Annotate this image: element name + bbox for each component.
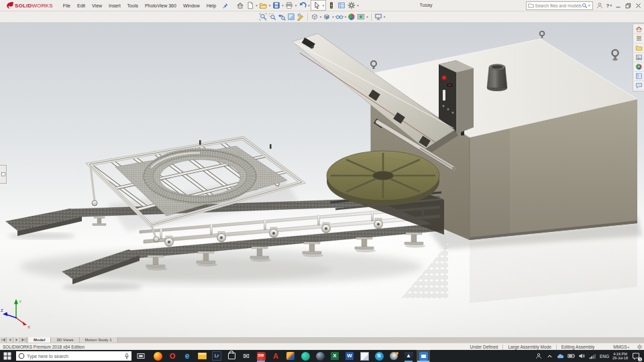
menu-item[interactable]: View [89, 2, 105, 9]
viewport-3d-canvas[interactable]: Y Z X [0, 22, 644, 337]
view-settings-dropdown[interactable]: ▾ [384, 15, 386, 19]
hide-show-items-button[interactable] [335, 12, 344, 21]
taskbar-app-firefox[interactable] [153, 350, 162, 362]
tab-scroll-last-button[interactable] [20, 337, 27, 343]
pin-icon[interactable] [222, 3, 228, 9]
design-library-tab[interactable] [634, 34, 643, 44]
view-orientation-dropdown[interactable]: ▾ [320, 15, 322, 19]
network-icon[interactable] [589, 351, 596, 361]
tab-scroll-next-button[interactable] [13, 337, 20, 343]
featuremanager-collapsed-tab[interactable] [0, 165, 7, 184]
document-tab[interactable]: 3D Views [51, 337, 79, 343]
undo-dropdown[interactable]: ▾ [308, 3, 310, 7]
menu-item[interactable]: PhotoView 360 [142, 2, 180, 9]
help-button[interactable]: ?▾ [606, 3, 612, 9]
display-style-button[interactable] [322, 12, 331, 21]
onedrive-icon[interactable] [557, 351, 564, 361]
zoom-to-area-button[interactable] [268, 12, 277, 21]
rebuild-button[interactable] [326, 1, 336, 10]
menu-item[interactable]: Insert [105, 2, 124, 9]
taskbar-app-word[interactable]: W [345, 350, 354, 362]
section-view-button[interactable] [286, 12, 296, 21]
solidworks-forum-tab[interactable] [634, 81, 643, 90]
view-settings-button[interactable] [374, 12, 383, 21]
open-button[interactable] [258, 1, 268, 10]
menu-item[interactable]: Edit [74, 2, 89, 9]
taskbar-app-solidworks[interactable]: SW [256, 350, 266, 362]
menu-item[interactable]: Help [203, 2, 219, 9]
zoom-to-fit-button[interactable] [258, 12, 268, 21]
menu-item[interactable]: Tools [124, 2, 142, 9]
speaker-icon[interactable] [578, 351, 586, 361]
previous-view-button[interactable] [277, 12, 286, 21]
people-icon[interactable] [535, 351, 543, 361]
options-button[interactable] [346, 1, 356, 10]
hide-show-items-dropdown[interactable]: ▾ [345, 15, 347, 19]
microphone-icon[interactable] [124, 353, 129, 359]
display-style-dropdown[interactable]: ▾ [332, 15, 334, 19]
select-button[interactable] [312, 1, 322, 10]
new-document-button[interactable] [245, 1, 255, 10]
action-center-icon[interactable]: 3 [631, 351, 641, 361]
menu-item[interactable]: Window [180, 2, 203, 9]
document-tab[interactable]: Model [28, 337, 51, 343]
taskbar-search[interactable]: Type here to search [16, 351, 131, 361]
taskbar-app-opera[interactable]: O [168, 350, 177, 362]
select-dropdown[interactable]: ▾ [323, 3, 325, 7]
task-view-button[interactable] [134, 350, 148, 362]
home-button[interactable] [235, 1, 245, 10]
file-explorer-tab[interactable] [634, 44, 643, 53]
help-dropdown[interactable]: ▾ [610, 3, 612, 7]
open-dropdown[interactable]: ▾ [269, 3, 271, 7]
restore-button[interactable] [624, 1, 633, 10]
taskbar-app-autocad[interactable]: A [271, 350, 280, 362]
options-dropdown[interactable]: ▾ [357, 3, 359, 7]
status-options-icon[interactable] [635, 344, 644, 350]
clock[interactable]: 4:16 PM 29-Jul-18 [612, 352, 628, 361]
edit-appearance-button[interactable] [347, 12, 356, 21]
taskbar-app-excel[interactable]: X [330, 350, 339, 362]
appearances-scenes-tab[interactable] [634, 62, 643, 72]
print-button[interactable] [284, 1, 294, 10]
taskbar-app-mail[interactable]: ✉ [241, 350, 251, 362]
tab-scroll-first-button[interactable] [0, 337, 7, 343]
taskbar-app-store[interactable] [227, 350, 236, 362]
taskbar-app-sphere-app[interactable] [315, 350, 325, 362]
battery-icon[interactable] [568, 351, 575, 361]
view-palette-tab[interactable] [634, 53, 643, 62]
apply-scene-dropdown[interactable]: ▾ [366, 15, 368, 19]
taskbar-app-notes[interactable] [360, 350, 369, 362]
taskbar-app-edge[interactable]: e [182, 350, 192, 362]
save-button[interactable] [271, 1, 281, 10]
document-tab[interactable]: Motion Study 1 [80, 337, 118, 343]
graphics-area[interactable]: Y Z X [0, 22, 644, 337]
start-button[interactable] [0, 350, 15, 362]
minimize-button[interactable] [614, 1, 623, 10]
taskbar-app-file-explorer[interactable] [197, 350, 207, 362]
custom-properties-tab[interactable] [634, 72, 643, 81]
print-dropdown[interactable]: ▾ [295, 3, 297, 7]
display-settings-button[interactable] [336, 1, 346, 10]
login-icon[interactable] [596, 2, 603, 9]
view-orientation-button[interactable] [310, 12, 319, 21]
hidden-icons-chevron[interactable] [546, 351, 553, 361]
solidworks-resources-tab[interactable] [634, 25, 643, 34]
file-search[interactable]: Search files and models ▾ [526, 1, 593, 10]
annotation-views-button[interactable] [296, 12, 305, 21]
taskbar-app-lightroom[interactable]: Lr [212, 350, 221, 362]
language-indicator[interactable]: ENG [600, 354, 609, 359]
close-button[interactable] [634, 1, 643, 10]
taskbar-app-skype[interactable]: S [374, 350, 384, 362]
apply-scene-button[interactable] [356, 12, 366, 21]
menu-item[interactable]: File [60, 2, 74, 9]
taskbar-app-photos[interactable]: ▲ [404, 350, 413, 362]
taskbar-app-teal-app[interactable] [301, 350, 310, 362]
taskbar-app-cube-app[interactable] [286, 350, 295, 362]
undo-button[interactable] [297, 1, 307, 10]
new-document-dropdown[interactable]: ▾ [256, 3, 258, 7]
search-dropdown[interactable]: ▾ [588, 3, 590, 7]
tab-scroll-prev-button[interactable] [7, 337, 13, 343]
taskbar-app-planet-app[interactable] [389, 350, 398, 362]
taskbar-app-video-app[interactable] [419, 350, 428, 362]
save-dropdown[interactable]: ▾ [282, 3, 284, 7]
